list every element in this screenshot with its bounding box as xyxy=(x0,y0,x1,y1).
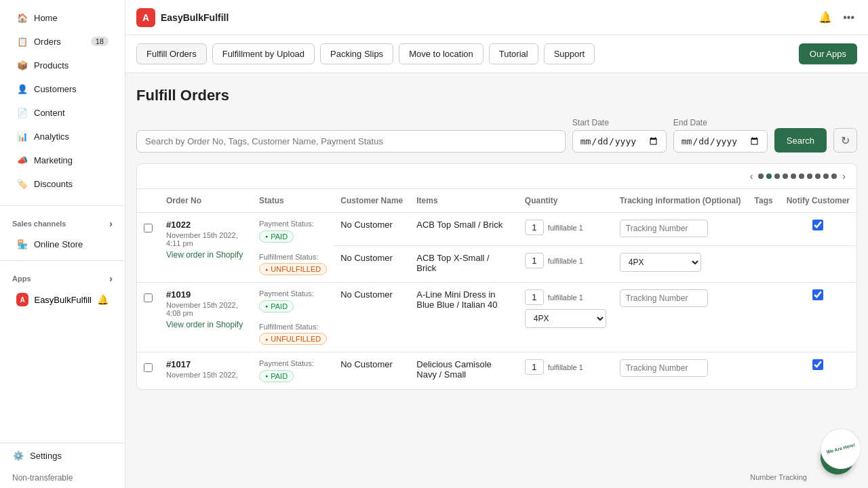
qty-num-1019: 1 xyxy=(525,289,544,305)
order-date-1017: November 15th 2022, xyxy=(166,371,245,379)
fulfillable-tag-1022a: fulfillable 1 xyxy=(548,224,583,232)
notify-checkbox-1022[interactable] xyxy=(812,220,823,230)
sidebar-item-customers[interactable]: 👤 Customers xyxy=(8,77,117,100)
main-area: A EasyBulkFulfill 🔔 ••• Fulfill Orders F… xyxy=(125,0,868,488)
tracking-input-1019[interactable] xyxy=(620,289,708,307)
paid-badge-1019: PAID xyxy=(259,300,294,312)
start-date-input[interactable] xyxy=(572,130,667,152)
pagination-prev[interactable]: ‹ xyxy=(747,169,756,183)
payment-status-label-1022: Payment Status: xyxy=(259,220,327,228)
col-tracking: Tracking information (Optional) xyxy=(613,189,748,213)
app-logo-icon: A xyxy=(16,293,28,306)
sidebar-item-marketing[interactable]: 📣 Marketing xyxy=(8,148,117,171)
analytics-icon: 📊 xyxy=(16,130,28,142)
sidebar-item-products[interactable]: 📦 Products xyxy=(8,54,117,77)
sidebar-label-easybulkfulfill: EasyBulkFulfill xyxy=(34,295,92,305)
pagination-next[interactable]: › xyxy=(840,169,848,183)
row-checkbox-1017[interactable] xyxy=(144,363,153,372)
fulfillment-status-label-1022: Fulfillment Status: xyxy=(259,253,327,261)
tab-tutorial[interactable]: Tutorial xyxy=(489,43,538,64)
tab-support[interactable]: Support xyxy=(544,43,595,64)
fulfillment-status-label-1019: Fulfillment Status: xyxy=(259,323,327,331)
qty-num-1022a: 1 xyxy=(525,220,544,235)
item-name-1022a: ACB Top Small / Brick xyxy=(410,213,518,246)
customer-name-1017: No Customer xyxy=(334,352,410,389)
search-input[interactable] xyxy=(136,130,566,152)
item-name-1022b: ACB Top X-Small / Brick xyxy=(410,246,518,283)
sidebar-item-easybulkfulfill[interactable]: A EasyBulkFulfill 🔔 xyxy=(8,287,117,312)
sidebar-item-analytics[interactable]: 📊 Analytics xyxy=(8,125,117,148)
sidebar-label-products: Products xyxy=(34,60,68,70)
search-button[interactable]: Search xyxy=(774,128,827,152)
qty-box-1022a: 1 fulfillable 1 xyxy=(525,220,606,235)
col-items: Items xyxy=(410,189,518,213)
sidebar-item-online-store[interactable]: 🏪 Online Store xyxy=(8,232,117,256)
store-icon: 🏪 xyxy=(16,238,28,250)
orders-card: ‹ › Order xyxy=(136,163,857,390)
table-row: #1022 November 15th 2022, 4:11 pm View o… xyxy=(137,213,856,246)
tab-fulfill-orders[interactable]: Fulfill Orders xyxy=(136,43,207,64)
payment-status-label-1019: Payment Status: xyxy=(259,289,327,298)
tab-fulfillment-by-upload[interactable]: Fulfillment by Upload xyxy=(212,43,315,64)
order-number-1022: #1022 xyxy=(166,220,245,230)
logo-icon: A xyxy=(136,8,155,27)
carrier-select-1019[interactable]: 4PX DHL FedEx UPS xyxy=(525,309,606,328)
sidebar-item-orders[interactable]: 📋 Orders 18 xyxy=(8,30,117,53)
sidebar-label-content: Content xyxy=(34,108,65,118)
end-date-input[interactable] xyxy=(673,130,768,152)
carrier-select-1022b[interactable]: 4PX DHL FedEx UPS xyxy=(620,253,701,272)
table-row: #1019 November 15th 2022, 4:08 pm View o… xyxy=(137,283,856,352)
tracking-input-1017[interactable] xyxy=(620,359,708,377)
table-row: #1017 November 15th 2022, Payment Status… xyxy=(137,352,856,389)
topbar-right: 🔔 ••• xyxy=(816,8,857,26)
end-date-wrap: End Date xyxy=(673,118,768,152)
dot-9 xyxy=(823,174,829,179)
non-transferable-label: Non-transferable xyxy=(0,468,125,488)
qty-num-1022b: 1 xyxy=(525,253,544,268)
notify-checkbox-1017[interactable] xyxy=(812,359,823,370)
order-date-1019: November 15th 2022, 4:08 pm xyxy=(166,301,245,317)
sidebar-label-settings: Settings xyxy=(30,451,62,461)
dot-6 xyxy=(799,174,804,179)
sidebar-item-content[interactable]: 📄 Content xyxy=(8,101,117,124)
customer-name-1022a: No Customer xyxy=(334,213,410,246)
content-area: Fulfill Orders Start Date End Date Searc… xyxy=(125,73,868,488)
customer-name-1019: No Customer xyxy=(334,283,410,352)
col-order-no: Order No xyxy=(159,189,252,213)
unfulfilled-badge-1019: UNFULFILLED xyxy=(259,333,327,345)
customer-name-1022b: No Customer xyxy=(334,246,410,283)
row-checkbox-1022[interactable] xyxy=(144,224,153,232)
app-logo: A EasyBulkFulfill xyxy=(136,8,229,27)
content-icon: 📄 xyxy=(16,106,28,119)
home-icon: 🏠 xyxy=(16,12,28,24)
row-checkbox-1019[interactable] xyxy=(144,293,153,302)
our-apps-button[interactable]: Our Apps xyxy=(799,43,857,64)
refresh-button[interactable]: ↻ xyxy=(833,128,857,152)
dot-8 xyxy=(815,174,821,179)
col-notify: Notify Customer xyxy=(780,189,856,213)
tab-move-to-location[interactable]: Move to location xyxy=(399,43,484,64)
apps-section-label: Apps › xyxy=(0,265,125,287)
sidebar-item-home[interactable]: 🏠 Home xyxy=(8,6,117,29)
orders-icon: 📋 xyxy=(16,35,28,47)
products-icon: 📦 xyxy=(16,59,28,71)
col-status: Status xyxy=(252,189,334,213)
notify-checkbox-1019[interactable] xyxy=(812,289,823,300)
search-wrap xyxy=(136,130,566,152)
qty-box-1019: 1 fulfillable 1 xyxy=(525,289,606,305)
tab-packing-slips[interactable]: Packing Slips xyxy=(320,43,393,64)
nav-tabs: Fulfill Orders Fulfillment by Upload Pac… xyxy=(125,35,868,73)
notification-bell-btn[interactable]: 🔔 xyxy=(816,8,835,26)
chat-widget[interactable]: We Are Here! 💬 xyxy=(821,441,854,474)
sidebar: 🏠 Home 📋 Orders 18 📦 Products 👤 Customer… xyxy=(0,0,125,488)
view-order-link-1019[interactable]: View order in Shopify xyxy=(166,320,243,329)
sidebar-label-analytics: Analytics xyxy=(34,131,69,142)
sidebar-item-discounts[interactable]: 🏷️ Discounts xyxy=(8,172,117,195)
more-options-btn[interactable]: ••• xyxy=(840,9,857,26)
view-order-link-1022[interactable]: View order in Shopify xyxy=(166,250,243,260)
tracking-input-1022a[interactable] xyxy=(620,220,708,237)
item-name-1017: Delicious Camisole Navy / Small xyxy=(410,352,518,389)
order-number-1017: #1017 xyxy=(166,359,245,369)
table-pagination-nav: ‹ › xyxy=(137,164,856,189)
sidebar-item-settings[interactable]: ⚙️ Settings xyxy=(4,444,121,467)
